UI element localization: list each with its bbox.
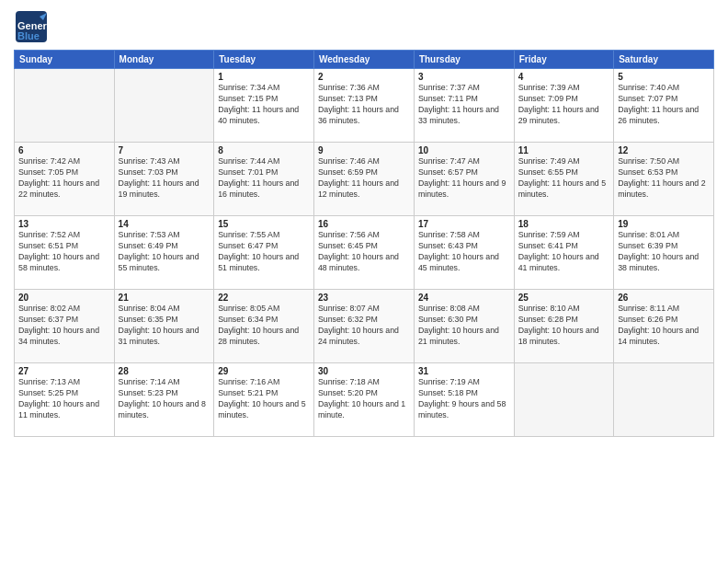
calendar-cell: 4Sunrise: 7:39 AMSunset: 7:09 PMDaylight… <box>514 69 614 143</box>
day-number: 18 <box>518 219 610 229</box>
day-detail: Sunrise: 8:07 AMSunset: 6:32 PMDaylight:… <box>318 304 410 348</box>
day-number: 20 <box>18 293 110 303</box>
calendar-cell: 7Sunrise: 7:43 AMSunset: 7:03 PMDaylight… <box>114 143 214 216</box>
logo-icon: General Blue <box>14 9 49 44</box>
logo: General Blue <box>14 9 49 44</box>
calendar-cell: 31Sunrise: 7:19 AMSunset: 5:18 PMDayligh… <box>414 363 514 437</box>
calendar-cell: 17Sunrise: 7:58 AMSunset: 6:43 PMDayligh… <box>414 216 514 290</box>
day-number: 22 <box>218 293 310 303</box>
calendar-cell: 2Sunrise: 7:36 AMSunset: 7:13 PMDaylight… <box>313 69 414 143</box>
weekday-header-tuesday: Tuesday <box>214 51 314 69</box>
calendar-cell: 16Sunrise: 7:56 AMSunset: 6:45 PMDayligh… <box>313 216 414 290</box>
day-detail: Sunrise: 8:02 AMSunset: 6:37 PMDaylight:… <box>18 304 110 348</box>
calendar-cell: 23Sunrise: 8:07 AMSunset: 6:32 PMDayligh… <box>313 290 414 363</box>
day-detail: Sunrise: 7:40 AMSunset: 7:07 PMDaylight:… <box>618 83 710 127</box>
day-number: 26 <box>618 293 710 303</box>
day-detail: Sunrise: 7:55 AMSunset: 6:47 PMDaylight:… <box>218 230 310 274</box>
day-number: 16 <box>318 219 410 229</box>
day-detail: Sunrise: 8:10 AMSunset: 6:28 PMDaylight:… <box>518 304 610 348</box>
calendar-cell <box>614 363 714 437</box>
calendar-cell: 6Sunrise: 7:42 AMSunset: 7:05 PMDaylight… <box>15 143 115 216</box>
day-number: 5 <box>618 72 710 82</box>
calendar-cell: 20Sunrise: 8:02 AMSunset: 6:37 PMDayligh… <box>15 290 115 363</box>
weekday-header-wednesday: Wednesday <box>313 51 414 69</box>
day-number: 9 <box>318 145 410 155</box>
day-number: 19 <box>618 219 710 229</box>
calendar-cell: 13Sunrise: 7:52 AMSunset: 6:51 PMDayligh… <box>15 216 115 290</box>
calendar-week-row: 1Sunrise: 7:34 AMSunset: 7:15 PMDaylight… <box>15 69 714 143</box>
day-number: 29 <box>218 366 310 376</box>
day-detail: Sunrise: 7:36 AMSunset: 7:13 PMDaylight:… <box>318 83 410 127</box>
day-number: 1 <box>218 72 310 82</box>
day-detail: Sunrise: 7:49 AMSunset: 6:55 PMDaylight:… <box>518 156 610 201</box>
calendar-cell: 30Sunrise: 7:18 AMSunset: 5:20 PMDayligh… <box>313 363 414 437</box>
day-number: 2 <box>318 72 410 82</box>
day-number: 15 <box>218 219 310 229</box>
calendar-cell <box>114 69 214 143</box>
day-detail: Sunrise: 7:53 AMSunset: 6:49 PMDaylight:… <box>119 230 210 274</box>
day-detail: Sunrise: 7:47 AMSunset: 6:57 PMDaylight:… <box>418 156 510 201</box>
day-number: 12 <box>618 145 710 155</box>
day-number: 17 <box>418 219 510 229</box>
day-number: 27 <box>18 366 110 376</box>
day-number: 8 <box>218 145 310 155</box>
day-detail: Sunrise: 8:01 AMSunset: 6:39 PMDaylight:… <box>618 230 710 274</box>
day-detail: Sunrise: 7:19 AMSunset: 5:18 PMDaylight:… <box>418 377 510 421</box>
day-number: 24 <box>418 293 510 303</box>
day-detail: Sunrise: 7:37 AMSunset: 7:11 PMDaylight:… <box>418 83 510 127</box>
day-number: 23 <box>318 293 410 303</box>
svg-text:Blue: Blue <box>17 30 40 41</box>
calendar-cell: 24Sunrise: 8:08 AMSunset: 6:30 PMDayligh… <box>414 290 514 363</box>
day-number: 3 <box>418 72 510 82</box>
calendar-cell: 9Sunrise: 7:46 AMSunset: 6:59 PMDaylight… <box>313 143 414 216</box>
day-number: 31 <box>418 366 510 376</box>
day-detail: Sunrise: 7:46 AMSunset: 6:59 PMDaylight:… <box>318 156 410 201</box>
day-number: 13 <box>18 219 110 229</box>
calendar-week-row: 27Sunrise: 7:13 AMSunset: 5:25 PMDayligh… <box>15 363 714 437</box>
weekday-header-thursday: Thursday <box>414 51 514 69</box>
calendar-cell: 22Sunrise: 8:05 AMSunset: 6:34 PMDayligh… <box>214 290 314 363</box>
calendar-cell <box>15 69 115 143</box>
calendar-cell: 21Sunrise: 8:04 AMSunset: 6:35 PMDayligh… <box>114 290 214 363</box>
calendar-week-row: 20Sunrise: 8:02 AMSunset: 6:37 PMDayligh… <box>15 290 714 363</box>
day-detail: Sunrise: 7:52 AMSunset: 6:51 PMDaylight:… <box>18 230 110 274</box>
calendar-cell: 28Sunrise: 7:14 AMSunset: 5:23 PMDayligh… <box>114 363 214 437</box>
calendar-cell: 12Sunrise: 7:50 AMSunset: 6:53 PMDayligh… <box>614 143 714 216</box>
calendar-cell: 26Sunrise: 8:11 AMSunset: 6:26 PMDayligh… <box>614 290 714 363</box>
day-number: 14 <box>119 219 210 229</box>
calendar-cell: 15Sunrise: 7:55 AMSunset: 6:47 PMDayligh… <box>214 216 314 290</box>
day-detail: Sunrise: 8:05 AMSunset: 6:34 PMDaylight:… <box>218 304 310 348</box>
calendar-cell: 25Sunrise: 8:10 AMSunset: 6:28 PMDayligh… <box>514 290 614 363</box>
day-detail: Sunrise: 8:11 AMSunset: 6:26 PMDaylight:… <box>618 304 710 348</box>
day-detail: Sunrise: 7:44 AMSunset: 7:01 PMDaylight:… <box>218 156 310 201</box>
day-detail: Sunrise: 7:43 AMSunset: 7:03 PMDaylight:… <box>119 156 210 201</box>
calendar-cell: 8Sunrise: 7:44 AMSunset: 7:01 PMDaylight… <box>214 143 314 216</box>
day-detail: Sunrise: 7:42 AMSunset: 7:05 PMDaylight:… <box>18 156 110 201</box>
day-number: 4 <box>518 72 610 82</box>
day-number: 25 <box>518 293 610 303</box>
day-detail: Sunrise: 7:58 AMSunset: 6:43 PMDaylight:… <box>418 230 510 274</box>
day-detail: Sunrise: 7:56 AMSunset: 6:45 PMDaylight:… <box>318 230 410 274</box>
calendar-cell: 27Sunrise: 7:13 AMSunset: 5:25 PMDayligh… <box>15 363 115 437</box>
day-detail: Sunrise: 7:34 AMSunset: 7:15 PMDaylight:… <box>218 83 310 127</box>
day-detail: Sunrise: 7:50 AMSunset: 6:53 PMDaylight:… <box>618 156 710 201</box>
day-detail: Sunrise: 7:14 AMSunset: 5:23 PMDaylight:… <box>119 377 210 421</box>
day-number: 7 <box>119 145 210 155</box>
calendar-cell: 11Sunrise: 7:49 AMSunset: 6:55 PMDayligh… <box>514 143 614 216</box>
calendar-cell: 10Sunrise: 7:47 AMSunset: 6:57 PMDayligh… <box>414 143 514 216</box>
calendar-cell: 5Sunrise: 7:40 AMSunset: 7:07 PMDaylight… <box>614 69 714 143</box>
calendar-cell: 3Sunrise: 7:37 AMSunset: 7:11 PMDaylight… <box>414 69 514 143</box>
calendar-week-row: 6Sunrise: 7:42 AMSunset: 7:05 PMDaylight… <box>15 143 714 216</box>
weekday-header-friday: Friday <box>514 51 614 69</box>
day-number: 10 <box>418 145 510 155</box>
calendar-cell: 29Sunrise: 7:16 AMSunset: 5:21 PMDayligh… <box>214 363 314 437</box>
day-number: 21 <box>119 293 210 303</box>
header: General Blue <box>14 9 714 44</box>
calendar-cell <box>514 363 614 437</box>
day-detail: Sunrise: 7:18 AMSunset: 5:20 PMDaylight:… <box>318 377 410 421</box>
day-number: 6 <box>18 145 110 155</box>
calendar-week-row: 13Sunrise: 7:52 AMSunset: 6:51 PMDayligh… <box>15 216 714 290</box>
day-detail: Sunrise: 8:08 AMSunset: 6:30 PMDaylight:… <box>418 304 510 348</box>
calendar-cell: 1Sunrise: 7:34 AMSunset: 7:15 PMDaylight… <box>214 69 314 143</box>
calendar-table: SundayMondayTuesdayWednesdayThursdayFrid… <box>14 50 714 437</box>
